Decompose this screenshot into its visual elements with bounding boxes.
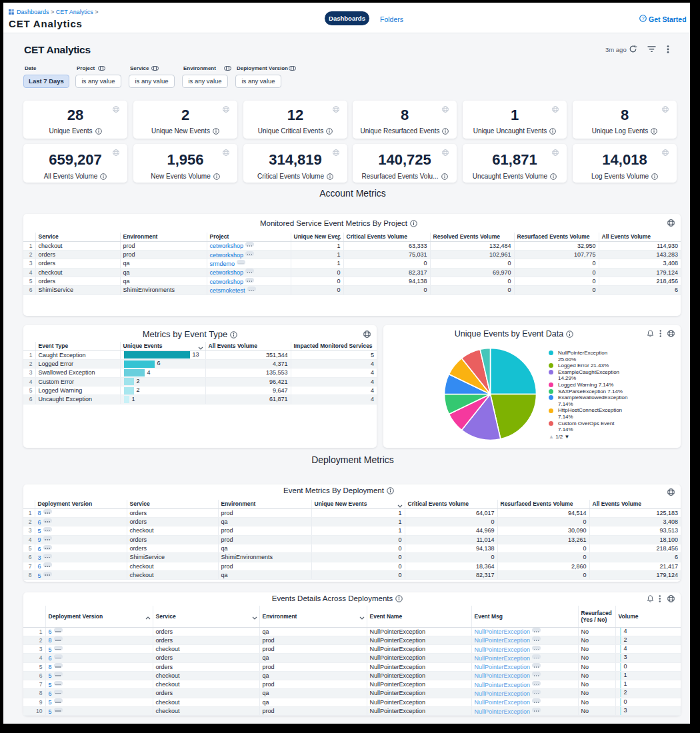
svg-text:?: ? (641, 15, 644, 21)
